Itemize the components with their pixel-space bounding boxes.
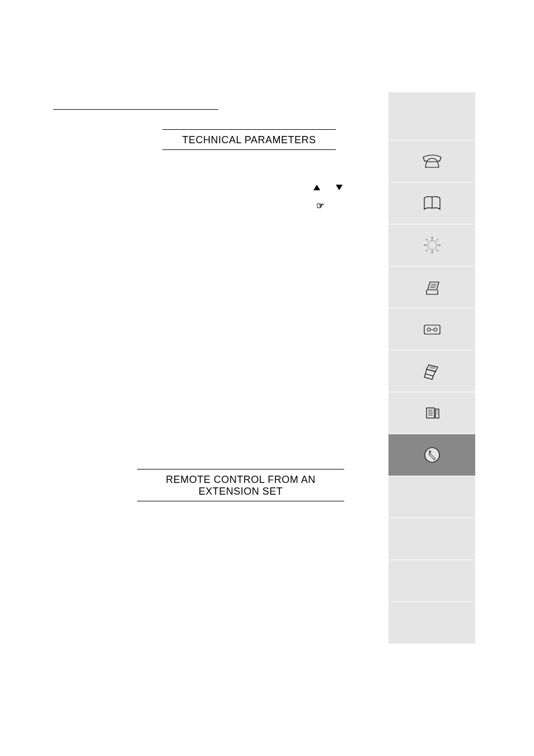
sidebar-item-sun[interactable] bbox=[388, 224, 475, 266]
top-section-divider bbox=[53, 109, 218, 110]
sidebar-spacer-3 bbox=[388, 560, 475, 602]
sidebar-item-telephone[interactable] bbox=[388, 140, 475, 182]
sidebar-item-book[interactable] bbox=[388, 182, 475, 224]
svg-point-14 bbox=[434, 328, 437, 331]
pointing-hand-icon: ☞ bbox=[316, 200, 324, 211]
document-stack-icon bbox=[419, 401, 446, 425]
svg-point-27 bbox=[425, 448, 439, 462]
sidebar-navigation bbox=[388, 92, 475, 644]
fax-tray-icon bbox=[419, 275, 446, 299]
sidebar-item-document-stack[interactable] bbox=[388, 392, 475, 434]
printer-icon bbox=[419, 359, 446, 383]
heading-divider-bottom bbox=[162, 149, 336, 150]
sidebar-spacer-1 bbox=[388, 476, 475, 518]
telephone-icon bbox=[419, 149, 446, 173]
sidebar-item-fax-tray[interactable] bbox=[388, 266, 475, 308]
remote-control-heading-box: REMOTE CONTROL FROM AN EXTENSION SET bbox=[137, 469, 344, 501]
svg-line-17 bbox=[429, 368, 435, 369]
sidebar-spacer-top bbox=[388, 92, 475, 140]
svg-rect-19 bbox=[435, 409, 439, 418]
sidebar-spacer-4 bbox=[388, 602, 475, 644]
svg-rect-18 bbox=[427, 408, 434, 418]
cassette-icon bbox=[419, 317, 446, 341]
technical-parameters-heading-box: TECHNICAL PARAMETERS bbox=[162, 129, 336, 150]
heading-divider-top-2 bbox=[137, 469, 344, 469]
nav-up-arrow-icon bbox=[313, 185, 320, 190]
svg-point-13 bbox=[427, 328, 430, 331]
technical-parameters-heading: TECHNICAL PARAMETERS bbox=[162, 134, 336, 146]
sun-icon bbox=[419, 233, 446, 257]
svg-point-0 bbox=[428, 241, 437, 250]
sidebar-item-cassette[interactable] bbox=[388, 308, 475, 350]
svg-line-5 bbox=[426, 239, 428, 241]
sidebar-spacer-2 bbox=[388, 518, 475, 560]
book-icon bbox=[419, 191, 446, 215]
nav-down-arrow-icon bbox=[336, 185, 343, 190]
sidebar-item-printer[interactable] bbox=[388, 350, 475, 392]
svg-line-7 bbox=[426, 250, 428, 251]
svg-line-8 bbox=[437, 239, 438, 241]
heading-divider-top bbox=[162, 129, 336, 130]
remote-control-heading: REMOTE CONTROL FROM AN EXTENSION SET bbox=[137, 474, 344, 497]
wrench-circle-icon bbox=[419, 443, 446, 467]
svg-line-6 bbox=[437, 250, 438, 251]
heading-divider-bottom-2 bbox=[137, 501, 344, 501]
svg-line-16 bbox=[430, 367, 435, 368]
sidebar-item-settings[interactable] bbox=[388, 434, 475, 476]
main-content-area: TECHNICAL PARAMETERS REMOTE CONTROL FROM… bbox=[53, 109, 350, 501]
